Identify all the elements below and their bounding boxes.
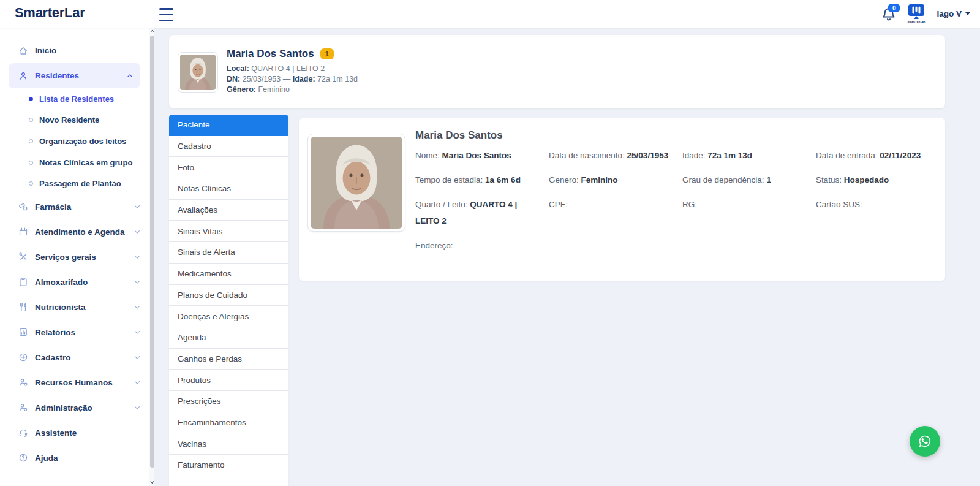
tab-medicamentos[interactable]: Medicamentos bbox=[169, 264, 288, 285]
sidebar-subitem-passagem-de-plantao[interactable]: Passagem de Plantão bbox=[0, 173, 149, 194]
patient-local-line: Local: QUARTO 4 | LEITO 2 bbox=[227, 64, 358, 74]
sidebar-subitem-label: Organização dos leitos bbox=[39, 137, 126, 146]
sidebar-subitem-label: Passagem de Plantão bbox=[39, 179, 121, 188]
person-badge-icon bbox=[18, 378, 28, 387]
field-genero: Genero: Feminino bbox=[549, 172, 682, 188]
whatsapp-fab-button[interactable] bbox=[910, 426, 940, 457]
sidebar-item-almoxarifado[interactable]: Almoxarifado bbox=[0, 270, 149, 295]
tab-sinais-vitais[interactable]: Sinais Vitais bbox=[169, 221, 288, 242]
sidebar-item-label: Nutricionista bbox=[35, 303, 86, 312]
bullet-icon bbox=[29, 118, 33, 122]
sidebar-item-administracao[interactable]: Administração bbox=[0, 395, 149, 420]
patient-genero-line: Gênero: Feminino bbox=[227, 85, 358, 95]
sidebar-item-label: Residentes bbox=[35, 71, 79, 80]
patient-detail-card: Maria Dos Santos Nome: Maria Dos Santos … bbox=[299, 118, 945, 281]
scrollbar-thumb[interactable] bbox=[150, 36, 154, 468]
sidebar-item-label: Início bbox=[35, 46, 56, 55]
tab-cadastro[interactable]: Cadastro bbox=[169, 136, 288, 158]
chevron-down-icon bbox=[133, 353, 141, 362]
sidebar-subitem-label: Lista de Residentes bbox=[39, 94, 114, 104]
field-status: Status: Hospedado bbox=[816, 172, 938, 188]
tab-paciente[interactable]: Paciente bbox=[169, 115, 288, 136]
field-rg: RG: bbox=[682, 196, 816, 213]
detail-fields-grid: Nome: Maria Dos Santos Data de nasciment… bbox=[415, 147, 938, 254]
field-data-de-entrada: Data de entrada: 02/11/2023 bbox=[816, 147, 938, 164]
app-logo[interactable]: SmarterLar bbox=[15, 5, 85, 21]
user-name: Iago V bbox=[937, 9, 962, 18]
notifications-button[interactable]: 0 bbox=[881, 6, 896, 22]
sidebar-item-nutricionista[interactable]: Nutricionista bbox=[0, 295, 149, 320]
tab-cutoff bbox=[169, 476, 288, 486]
field-data-de-nascimento: Data de nascimento: 25/03/1953 bbox=[549, 147, 682, 164]
calendar-icon bbox=[18, 227, 28, 237]
sidebar-item-farmacia[interactable]: Farmácia bbox=[0, 194, 149, 219]
chevron-down-icon bbox=[133, 303, 141, 311]
sidebar-subitem-notas-clinicas-em-grupo[interactable]: Notas Clínicas em grupo bbox=[0, 152, 149, 173]
sidebar-item-label: Assistente bbox=[35, 428, 77, 438]
chevron-up-icon bbox=[126, 72, 134, 80]
tab-ganhos-e-perdas[interactable]: Ganhos e Perdas bbox=[169, 349, 288, 370]
top-header-bar: SmarterLar 0 SMARTERLAR Iago V bbox=[0, 0, 980, 28]
tab-avaliacoes[interactable]: Avaliações bbox=[169, 200, 288, 221]
plus-circle-icon bbox=[18, 352, 28, 362]
sidebar-item-label: Administração bbox=[35, 403, 92, 412]
sidebar-subitem-organizacao-dos-leitos[interactable]: Organização dos leitos bbox=[0, 131, 149, 152]
tab-agenda[interactable]: Agenda bbox=[169, 327, 288, 349]
field-quarto-leito: Quarto / Leito: QUARTO 4 | LEITO 2 bbox=[415, 196, 549, 229]
tab-encaminhamentos[interactable]: Encaminhamentos bbox=[169, 412, 288, 434]
tab-prescricoes[interactable]: Prescrições bbox=[169, 391, 288, 412]
tab-foto[interactable]: Foto bbox=[169, 157, 288, 178]
sidebar-item-label: Recursos Humanos bbox=[35, 378, 113, 387]
cutlery-icon bbox=[18, 302, 28, 312]
sidebar-item-label: Farmácia bbox=[35, 202, 71, 211]
sidebar-subitem-label: Novo Residente bbox=[39, 115, 99, 124]
help-circle-icon bbox=[18, 453, 28, 463]
field-tempo-de-estadia: Tempo de estadia: 1a 6m 6d bbox=[415, 172, 549, 188]
field-grau-de-dependencia: Grau de dependência: 1 bbox=[682, 172, 816, 188]
bullet-icon bbox=[29, 97, 33, 101]
sidebar-item-recursos-humanos[interactable]: Recursos Humanos bbox=[0, 370, 149, 395]
tab-notas-clinicas[interactable]: Notas Clínicas bbox=[169, 178, 288, 200]
user-menu[interactable]: Iago V bbox=[937, 9, 970, 18]
sidebar-item-assistente[interactable]: Assistente bbox=[0, 420, 149, 446]
hamburger-menu-icon[interactable] bbox=[159, 7, 173, 23]
bullet-icon bbox=[29, 161, 33, 165]
patient-name: Maria Dos Santos bbox=[227, 48, 314, 60]
field-idade: Idade: 72a 1m 13d bbox=[682, 147, 816, 164]
chevron-down-icon bbox=[133, 278, 141, 286]
tab-sinais-de-alerta[interactable]: Sinais de Alerta bbox=[169, 242, 288, 264]
sidebar-item-label: Relatórios bbox=[35, 328, 75, 337]
chevron-down-icon bbox=[133, 328, 141, 336]
avatar-caption: SMARTERLAR bbox=[907, 20, 925, 23]
sidebar-item-servicos-gerais[interactable]: Serviços gerais bbox=[0, 245, 149, 270]
field-endereco: Endereço: bbox=[415, 237, 549, 254]
user-avatar[interactable]: SMARTERLAR bbox=[906, 4, 927, 25]
patient-tabs: Paciente Cadastro Foto Notas Clínicas Av… bbox=[169, 115, 288, 486]
chevron-down-icon bbox=[965, 12, 970, 15]
sidebar-item-cadastro[interactable]: Cadastro bbox=[0, 345, 149, 370]
sidebar-item-atendimento-e-agenda[interactable]: Atendimento e Agenda bbox=[0, 219, 149, 245]
whatsapp-icon bbox=[916, 433, 933, 450]
sidebar-item-label: Ajuda bbox=[35, 454, 58, 463]
chevron-down-icon bbox=[133, 227, 141, 236]
field-cpf: CPF: bbox=[549, 196, 682, 213]
notification-count-badge: 0 bbox=[888, 4, 900, 12]
sidebar-subitem-label: Notas Clínicas em grupo bbox=[39, 158, 132, 167]
resident-person-icon bbox=[18, 71, 28, 81]
sidebar-item-ajuda[interactable]: Ajuda bbox=[0, 446, 149, 471]
sidebar-subitem-novo-residente[interactable]: Novo Residente bbox=[0, 110, 149, 131]
sidebar-item-relatorios[interactable]: Relatórios bbox=[0, 320, 149, 345]
sidebar-subitem-lista-de-residentes[interactable]: Lista de Residentes bbox=[0, 88, 149, 110]
sidebar-item-label: Almoxarifado bbox=[35, 278, 88, 287]
tab-planos-de-cuidado[interactable]: Planos de Cuidado bbox=[169, 285, 288, 306]
bullet-icon bbox=[29, 181, 33, 186]
patient-thumbnail-photo bbox=[178, 52, 218, 93]
sidebar-item-inicio[interactable]: Início bbox=[0, 38, 149, 63]
tab-produtos[interactable]: Produtos bbox=[169, 370, 288, 391]
sidebar-item-residentes[interactable]: Residentes bbox=[9, 63, 140, 88]
tab-vacinas[interactable]: Vacinas bbox=[169, 433, 288, 455]
dependency-badge: 1 bbox=[320, 48, 334, 59]
tab-faturamento[interactable]: Faturamento bbox=[169, 455, 288, 476]
chevron-down-icon bbox=[133, 403, 141, 412]
tab-doencas-e-alergias[interactable]: Doenças e Alergias bbox=[169, 306, 288, 327]
